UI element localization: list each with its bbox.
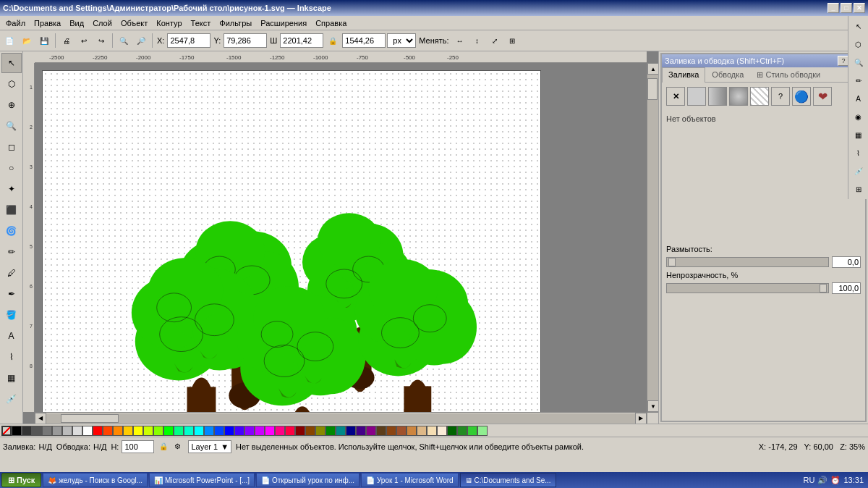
status-icon2[interactable]: ⚙ xyxy=(171,440,184,453)
tab-stroke-style[interactable]: ⊞ Стиль обводки xyxy=(750,67,827,82)
swatch-forest-green[interactable] xyxy=(457,426,467,436)
tool-pencil[interactable]: ✏ xyxy=(1,242,22,262)
tb-transform3[interactable]: ⤢ xyxy=(487,33,503,49)
tb-undo[interactable]: ↩ xyxy=(76,33,92,49)
horizontal-scrollbar[interactable]: ◀ ▶ xyxy=(35,412,647,424)
ri-text[interactable]: A xyxy=(850,90,867,107)
blur-slider[interactable] xyxy=(666,257,829,267)
menu-edit[interactable]: Правка xyxy=(30,17,65,29)
tool-pen[interactable]: 🖊 xyxy=(1,263,22,283)
opacity-slider[interactable] xyxy=(666,283,829,293)
menu-object[interactable]: Объект xyxy=(116,17,152,29)
scroll-down-arrow[interactable]: ▼ xyxy=(647,400,658,412)
swatch-yellow[interactable] xyxy=(133,426,143,436)
sys-icon1[interactable]: 🔊 xyxy=(817,476,827,485)
ri-snap[interactable]: ⊞ xyxy=(850,180,867,198)
tb-transform4[interactable]: ⊞ xyxy=(504,33,520,49)
taskbar-lesson[interactable]: 📄 Открытый урок по инф... xyxy=(256,473,359,487)
swatch-yellow-orange[interactable] xyxy=(123,426,133,436)
tool-select[interactable]: ↖ xyxy=(1,53,22,73)
scroll-up-arrow[interactable]: ▲ xyxy=(647,63,658,75)
menu-path[interactable]: Контур xyxy=(152,17,186,29)
scroll-right-arrow[interactable]: ▶ xyxy=(635,413,647,424)
tool-connector[interactable]: ⌇ xyxy=(1,347,22,367)
swatch-antique-white[interactable] xyxy=(437,426,447,436)
tool-node[interactable]: ⬡ xyxy=(1,74,22,94)
tool-calligraphy[interactable]: ✒ xyxy=(1,284,22,304)
swatch-rose[interactable] xyxy=(275,426,285,436)
y-input[interactable] xyxy=(224,33,267,48)
tool-spiral[interactable]: 🌀 xyxy=(1,221,22,241)
swatch-olive[interactable] xyxy=(315,426,326,436)
tb-zoom-out[interactable]: 🔎 xyxy=(133,33,149,49)
tool-rect[interactable]: ◻ xyxy=(1,137,22,157)
fill-radial-button[interactable] xyxy=(729,87,748,106)
swatch-blue-violet[interactable] xyxy=(234,426,244,436)
fill-swatch2-button[interactable]: ❤ xyxy=(813,87,832,106)
blur-value-input[interactable] xyxy=(832,256,861,268)
tool-bucket[interactable]: 🪣 xyxy=(1,305,22,325)
swatch-dark-forest-green[interactable] xyxy=(447,426,457,436)
h-input[interactable] xyxy=(342,33,386,48)
tb-save[interactable]: 💾 xyxy=(36,33,52,49)
swatch-cyan[interactable] xyxy=(194,426,204,436)
swatch-red[interactable] xyxy=(93,426,103,436)
tool-circle[interactable]: ○ xyxy=(1,158,22,178)
swatch-dark-gray[interactable] xyxy=(22,426,32,436)
swatch-crimson[interactable] xyxy=(285,426,295,436)
tab-stroke-paint[interactable]: Обводка xyxy=(705,67,750,82)
tb-redo[interactable]: ↪ xyxy=(93,33,109,49)
swatch-pure-blue[interactable] xyxy=(224,426,234,436)
menu-view[interactable]: Вид xyxy=(65,17,88,29)
fill-linear-button[interactable] xyxy=(708,87,727,106)
swatch-very-light-gray[interactable] xyxy=(72,426,82,436)
ri-select[interactable]: ↖ xyxy=(850,17,867,35)
swatch-dark-red[interactable] xyxy=(295,426,305,436)
swatch-navy[interactable] xyxy=(346,426,356,436)
swatch-violet[interactable] xyxy=(244,426,255,436)
swatch-dark-green[interactable] xyxy=(326,426,336,436)
scroll-left-arrow[interactable]: ◀ xyxy=(35,413,46,424)
fill-pattern-button[interactable] xyxy=(750,87,769,106)
layer-selector[interactable]: Layer 1 ▼ xyxy=(188,440,231,453)
tool-zoom[interactable]: 🔍 xyxy=(1,116,22,136)
swatch-white[interactable] xyxy=(82,426,93,436)
ri-fill[interactable]: ◉ xyxy=(850,108,867,125)
h-value-input[interactable] xyxy=(122,440,154,453)
ri-node[interactable]: ⬡ xyxy=(850,35,867,53)
tb-zoom-in[interactable]: 🔍 xyxy=(116,33,132,49)
menu-file[interactable]: Файл xyxy=(1,17,30,29)
swatch-brown[interactable] xyxy=(305,426,315,436)
swatch-green-yellow[interactable] xyxy=(153,426,163,436)
taskbar-firefox[interactable]: 🦊 желудь - Поиск в Googl... xyxy=(43,473,148,487)
swatch-sky-blue[interactable] xyxy=(204,426,214,436)
sys-icon2[interactable]: ⏰ xyxy=(830,476,841,485)
swatch-purple[interactable] xyxy=(255,426,265,436)
swatch-light-green[interactable] xyxy=(477,426,488,436)
tb-transform1[interactable]: ↔ xyxy=(452,33,468,49)
swatch-mid-gray[interactable] xyxy=(42,426,52,436)
taskbar-powerpoint[interactable]: 📊 Microsoft PowerPoint - [...] xyxy=(149,473,255,487)
swatch-light-gray[interactable] xyxy=(52,426,62,436)
tb-transform2[interactable]: ↕ xyxy=(469,33,485,49)
x-input[interactable] xyxy=(167,33,210,48)
swatch-teal[interactable] xyxy=(336,426,346,436)
ri-gradient[interactable]: ▦ xyxy=(850,126,867,143)
swatch-none[interactable] xyxy=(1,426,12,436)
ri-connector[interactable]: ⌇ xyxy=(850,144,867,161)
menu-help[interactable]: Справка xyxy=(311,17,351,29)
tb-open[interactable]: 📂 xyxy=(19,33,35,49)
swatch-black[interactable] xyxy=(12,426,22,436)
menu-layer[interactable]: Слой xyxy=(88,17,116,29)
vertical-scrollbar[interactable]: ▲ ▼ xyxy=(647,63,658,412)
swatch-orange[interactable] xyxy=(113,426,123,436)
swatch-dark-purple[interactable] xyxy=(366,426,376,436)
swatch-saddle-brown[interactable] xyxy=(386,426,396,436)
swatch-dark-violet[interactable] xyxy=(356,426,366,436)
opacity-value-input[interactable] xyxy=(832,282,861,294)
tb-new[interactable]: 📄 xyxy=(1,33,17,49)
swatch-magenta[interactable] xyxy=(265,426,275,436)
tab-fill[interactable]: Заливка xyxy=(662,67,705,83)
swatch-lime-green[interactable] xyxy=(467,426,477,436)
swatch-peru[interactable] xyxy=(407,426,417,436)
